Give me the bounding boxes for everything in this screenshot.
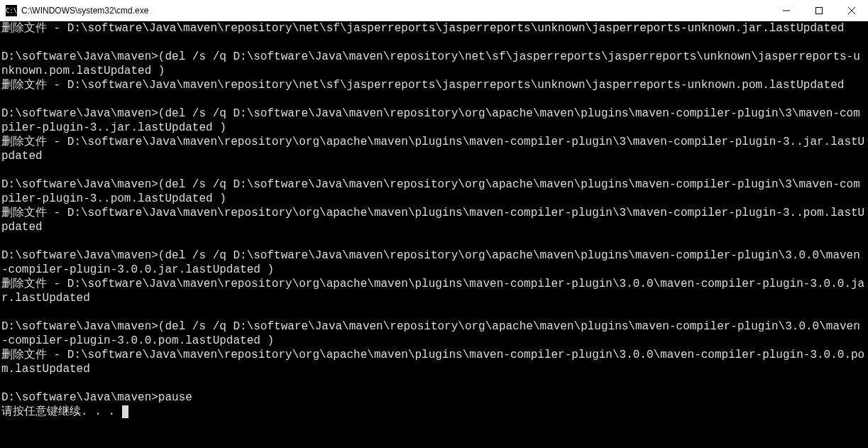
maximize-button[interactable] xyxy=(803,0,835,21)
minimize-icon xyxy=(783,4,790,17)
close-button[interactable] xyxy=(835,0,868,21)
cursor xyxy=(122,405,128,418)
window-titlebar: C:\ C:\WINDOWS\system32\cmd.exe xyxy=(0,0,868,21)
minimize-button[interactable] xyxy=(770,0,803,21)
window-title: C:\WINDOWS\system32\cmd.exe xyxy=(21,6,148,16)
terminal-output[interactable]: 删除文件 - D:\software\Java\maven\repository… xyxy=(0,21,868,448)
svg-rect-1 xyxy=(816,7,823,13)
maximize-icon xyxy=(815,4,823,17)
app-icon: C:\ xyxy=(6,5,17,16)
close-icon xyxy=(848,4,855,17)
